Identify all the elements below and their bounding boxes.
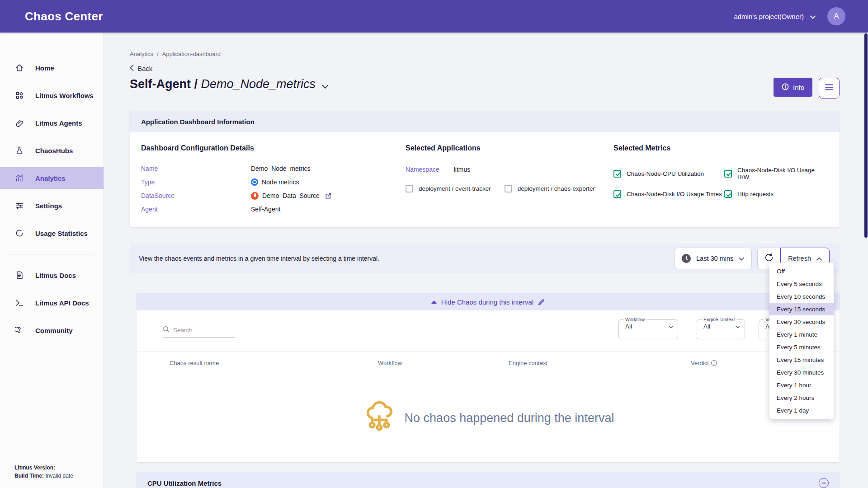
- docs-icon: [14, 270, 24, 280]
- sidebar-item-settings[interactable]: Settings: [0, 195, 104, 216]
- refresh-option-5s[interactable]: Every 5 seconds: [769, 277, 834, 290]
- sidebar-item-litmus-workflows[interactable]: Litmus Workflows: [0, 84, 104, 106]
- checkbox-chaos-exporter[interactable]: deployment / chaos-exporter: [505, 185, 595, 192]
- checkbox-checked-icon[interactable]: [724, 190, 732, 198]
- flask-icon: [14, 145, 24, 155]
- litmus-version-label: Litmus Version:: [14, 465, 55, 471]
- project-label: admin's project(Owner): [734, 13, 804, 20]
- build-time-label: Build Time:: [14, 473, 44, 479]
- engine-context-filter[interactable]: Engine context All: [697, 317, 745, 339]
- search-input[interactable]: [173, 327, 227, 333]
- empty-message: No chaos happened during the interval: [405, 411, 614, 425]
- hamburger-icon: [825, 84, 834, 93]
- scrollbar-thumb[interactable]: [864, 33, 868, 238]
- avatar[interactable]: A: [827, 7, 845, 25]
- home-icon: [14, 63, 24, 73]
- refresh-option-2h[interactable]: Every 2 hours: [769, 391, 834, 404]
- refresh-option-5m[interactable]: Every 5 minutes: [769, 341, 834, 353]
- chevron-down-icon: [739, 255, 744, 262]
- refresh-option-10s[interactable]: Every 10 seconds: [769, 290, 834, 303]
- refresh-option-1d[interactable]: Every 1 day: [769, 404, 834, 417]
- search-icon: [163, 326, 170, 334]
- workflows-icon: [14, 90, 24, 100]
- back-label: Back: [137, 65, 152, 72]
- sidebar-item-litmus-api-docs[interactable]: Litmus API Docs: [0, 292, 104, 314]
- page-title: Self-Agent / Demo_Node_metrics: [130, 76, 329, 92]
- external-link-icon[interactable]: [325, 192, 332, 199]
- search-box[interactable]: [163, 326, 235, 338]
- checkbox-checked-icon[interactable]: [613, 190, 621, 198]
- chevron-down-icon: [736, 323, 740, 330]
- refresh-option-off[interactable]: Off: [769, 265, 834, 277]
- sidebar-item-label: Community: [35, 327, 73, 334]
- collapse-minus-icon[interactable]: [819, 478, 829, 488]
- checkbox-label: deployment / event-tracker: [419, 185, 491, 192]
- edit-pencil-icon[interactable]: [538, 299, 545, 305]
- engine-context-filter-value: All: [703, 323, 710, 330]
- interval-description: View the chaos events and metrics in a g…: [139, 254, 383, 263]
- verdict-info-icon[interactable]: i: [711, 360, 717, 366]
- config-label: Type: [141, 178, 251, 186]
- breadcrumb-application-dashboard[interactable]: Application-dashboard: [162, 51, 221, 57]
- caret-up-icon: [431, 300, 437, 304]
- metric-cpu-utilization[interactable]: Chaos-Node-CPU Utilization: [613, 167, 724, 180]
- refresh-option-30s[interactable]: Every 30 seconds: [769, 315, 834, 328]
- column-engine-context: Engine context: [509, 360, 547, 366]
- node-metrics-icon: [251, 178, 258, 186]
- project-selector[interactable]: admin's project(Owner): [734, 13, 816, 20]
- sidebar-item-label: Analytics: [35, 174, 66, 182]
- sidebar-item-label: ChaosHubs: [35, 147, 73, 155]
- refresh-option-15m[interactable]: Every 15 minutes: [769, 353, 834, 366]
- dashboard-menu-button[interactable]: [819, 78, 840, 99]
- title-chevron-down-icon[interactable]: [322, 78, 329, 92]
- sidebar-item-home[interactable]: Home: [0, 57, 104, 79]
- sidebar-item-usage-statistics[interactable]: Usage Statistics: [0, 222, 104, 244]
- checkbox-event-tracker[interactable]: deployment / event-tracker: [406, 185, 491, 192]
- sidebar: Home Litmus Workflows Litmus Agents Chao…: [0, 33, 104, 488]
- sidebar-item-analytics[interactable]: Analytics: [0, 167, 104, 189]
- checkbox-checked-icon[interactable]: [724, 170, 732, 178]
- hide-chaos-toggle[interactable]: Hide Chaos during this interval: [137, 293, 840, 310]
- chaos-interval-card: Hide Chaos during this interval Workflow…: [137, 293, 840, 462]
- chevron-down-icon: [810, 13, 816, 20]
- avatar-initial: A: [834, 12, 839, 21]
- info-button[interactable]: Info: [774, 78, 812, 97]
- sidebar-item-litmus-docs[interactable]: Litmus Docs: [0, 264, 104, 286]
- refresh-option-15s[interactable]: Every 15 seconds: [769, 303, 834, 315]
- refresh-option-1m[interactable]: Every 1 minute: [769, 328, 834, 341]
- breadcrumb-analytics[interactable]: Analytics: [130, 51, 153, 57]
- refresh-option-1h[interactable]: Every 1 hour: [769, 379, 834, 391]
- agents-icon: [14, 118, 24, 128]
- checkbox-checked-icon[interactable]: [613, 170, 621, 178]
- usage-icon: [14, 228, 24, 238]
- config-row-type: Type Node metrics: [141, 178, 406, 187]
- sidebar-item-litmus-agents[interactable]: Litmus Agents: [0, 112, 104, 134]
- version-info: Litmus Version: Build Time: Invalid date: [14, 464, 73, 480]
- config-label: DataSource: [141, 192, 251, 199]
- checkbox-unchecked-icon[interactable]: [406, 185, 413, 192]
- config-value: Self-Agent: [251, 206, 280, 213]
- sidebar-item-label: Home: [35, 64, 54, 72]
- empty-state: No chaos happened during the interval: [137, 375, 840, 461]
- refresh-option-30m[interactable]: Every 30 minutes: [769, 366, 834, 379]
- metric-disk-io-rw[interactable]: Chaos-Node-Disk I/O Usage R/W: [724, 167, 828, 180]
- app-header: Chaos Center admin's project(Owner) A: [0, 0, 868, 33]
- page-title-dashboard: Demo_Node_metrics: [201, 77, 316, 91]
- column-workflow: Workflow: [378, 360, 402, 366]
- chevron-down-icon: [669, 323, 673, 330]
- sidebar-item-community[interactable]: Community: [0, 319, 104, 341]
- sidebar-item-chaoshubs[interactable]: ChaosHubs: [0, 140, 104, 161]
- time-range-selector[interactable]: Last 30 mins: [674, 248, 752, 269]
- back-link[interactable]: Back: [130, 65, 840, 72]
- workflow-filter[interactable]: Workflow All: [618, 317, 678, 339]
- column-verdict-label: Verdict: [691, 360, 709, 366]
- refresh-label: Refresh: [788, 255, 811, 262]
- checkbox-unchecked-icon[interactable]: [505, 185, 512, 192]
- metric-http-requests[interactable]: Http requests: [724, 190, 828, 198]
- build-time-value: Invalid date: [45, 473, 73, 479]
- breadcrumb: Analytics / Application-dashboard: [130, 51, 840, 57]
- prometheus-icon: [251, 192, 259, 200]
- sidebar-item-label: Litmus Workflows: [35, 92, 94, 99]
- metric-disk-io-times[interactable]: Chaos-Node-Disk I/O Usage Times: [613, 190, 724, 198]
- interval-bar: View the chaos events and metrics in a g…: [130, 244, 840, 273]
